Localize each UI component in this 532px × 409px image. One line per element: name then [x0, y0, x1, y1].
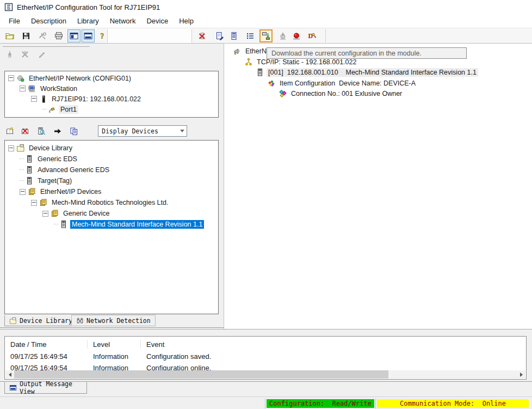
tree-item-target-tag[interactable]: Target(Tag) — [5, 175, 218, 186]
status-divider — [375, 399, 376, 408]
menu-library[interactable]: Library — [72, 15, 104, 27]
port-icon — [48, 105, 57, 114]
tree-item-item-configuration[interactable]: Item Configuration Device Name: DEVICE-A — [265, 78, 417, 88]
tree-item-label: Generic EDS — [36, 155, 79, 163]
download-config-icon — [262, 32, 270, 40]
tree-expander[interactable] — [20, 86, 26, 91]
insert-device-icon — [6, 51, 14, 58]
menu-network[interactable]: Network — [104, 15, 141, 27]
insert-device-button[interactable] — [3, 48, 16, 60]
hammer-wrench-icon — [38, 32, 47, 40]
tree-expander[interactable] — [42, 211, 48, 217]
toggle-left-pane-button[interactable] — [67, 29, 81, 42]
tree-expander[interactable] — [8, 75, 14, 81]
add-eds-button[interactable] — [3, 125, 16, 137]
tree-item-generic-eds[interactable]: Generic EDS — [5, 154, 218, 164]
tree-item-ethernet-network[interactable]: EtherNet/IP Network (CONFIG01) — [5, 73, 218, 83]
register-device-button[interactable] — [51, 125, 64, 137]
tree-expander[interactable] — [8, 145, 14, 151]
duplicate-device-button[interactable] — [67, 125, 81, 137]
view-eds-file-button[interactable] — [35, 125, 48, 137]
status-bar: Configuration: Read/Write Communication … — [0, 396, 532, 409]
library-folder-icon — [16, 144, 25, 152]
tree-item-mechmind-vendor[interactable]: Mech-Mind Robotics Technologies Ltd. — [5, 197, 218, 208]
edit-description-button[interactable] — [213, 29, 226, 42]
message-table: Date / Time Level Event 09/17/25 16:49:5… — [4, 336, 527, 380]
scroll-left-button[interactable] — [5, 370, 14, 379]
tree-item-workstation[interactable]: WorkStation — [5, 83, 218, 94]
cancel-operation-button[interactable] — [196, 29, 209, 42]
menu-file[interactable]: File — [3, 15, 26, 27]
save-button[interactable] — [20, 29, 33, 42]
menu-help[interactable]: Help — [174, 15, 199, 27]
main-toolbar: ? — [0, 28, 532, 44]
tab-network-detection[interactable]: Network Detection — [71, 315, 156, 326]
tab-output-message-view[interactable]: Output Message View — [4, 382, 87, 394]
tree-item-mechmind-standard-interface[interactable]: Mech-Mind Standard Interface Revision 1.… — [5, 219, 218, 230]
print-button[interactable] — [52, 29, 65, 42]
delete-device-button[interactable] — [18, 48, 32, 60]
message-row[interactable]: 09/17/25 16:49:54 Information Configurat… — [5, 350, 526, 362]
tree-item-label: EtherNet/IP Devices — [39, 187, 103, 196]
network-announce-icon — [233, 47, 242, 56]
go-online-button[interactable] — [290, 29, 303, 42]
connection-diamonds-icon — [279, 89, 287, 98]
tree-connector — [20, 180, 24, 181]
vendor-stack-icon — [51, 209, 59, 218]
item-list-button[interactable] — [244, 29, 257, 42]
display-filter-select[interactable]: Display Devices — [98, 125, 187, 137]
library-folder-icon — [9, 317, 17, 325]
toggle-output-pane-button[interactable] — [82, 29, 95, 42]
toolbar-separator — [191, 29, 192, 42]
tab-device-library[interactable]: Device Library — [4, 315, 77, 326]
open-file-button[interactable] — [3, 29, 16, 42]
tooltip-text: Download the current configuration in th… — [271, 50, 422, 57]
tree-item-generic-device[interactable]: Generic Device — [5, 208, 218, 219]
tree-expander[interactable] — [20, 189, 26, 195]
upload-config-button[interactable] — [276, 29, 289, 42]
chevron-down-icon — [178, 130, 187, 132]
d-key-icon: D — [308, 32, 317, 40]
tree-item-device-library[interactable]: Device Library — [5, 143, 218, 154]
edit-device-button[interactable] — [35, 48, 48, 60]
tools-button[interactable] — [36, 29, 49, 42]
scroll-right-button[interactable] — [517, 370, 525, 379]
module-icon — [39, 95, 48, 103]
download-config-button[interactable] — [259, 29, 273, 42]
column-date-time[interactable]: Date / Time — [5, 340, 88, 349]
app-icon — [4, 3, 13, 11]
status-configuration: Configuration: Read/Write — [267, 399, 374, 408]
tree-item-device-001[interactable]: [001] 192.168.001.010 Mech-Mind Standard… — [253, 67, 478, 77]
tree-expander[interactable] — [31, 96, 37, 102]
eds-card-icon — [25, 166, 34, 174]
column-event[interactable]: Event — [141, 340, 526, 349]
eds-card-icon — [25, 155, 34, 163]
column-level[interactable]: Level — [88, 340, 141, 349]
horizontal-scrollbar[interactable] — [5, 370, 525, 379]
menu-device[interactable]: Device — [141, 15, 174, 27]
remove-eds-button[interactable] — [18, 125, 32, 137]
vendor-stack-icon — [28, 187, 36, 196]
arrow-right-icon — [53, 127, 62, 136]
tree-item-connection-001[interactable]: Connection No.: 001 Exlusive Owner — [276, 88, 404, 99]
tree-item-ethernetip-devices[interactable]: EtherNet/IP Devices — [5, 186, 218, 197]
output-window-icon — [9, 384, 17, 392]
module-properties-button[interactable] — [227, 29, 240, 42]
security-key-button[interactable]: D — [306, 29, 319, 42]
tree-item-label: EtherNet/IP Network (CONFIG01) — [27, 74, 133, 83]
save-icon — [22, 32, 30, 40]
menu-description[interactable]: Description — [26, 15, 72, 27]
scrollbar-thumb[interactable] — [14, 370, 388, 379]
tree-item-label: RJ71EIP91: 192.168.001.022 — [50, 95, 143, 103]
tree-expander[interactable] — [31, 200, 37, 206]
tree-item-advanced-generic-eds[interactable]: Advanced Generic EDS — [5, 164, 218, 175]
tree-item-label: Advanced Generic EDS — [36, 166, 111, 174]
printer-icon — [54, 32, 63, 40]
tree-item-rj71eip91[interactable]: RJ71EIP91: 192.168.001.022 — [5, 94, 218, 104]
list-icon — [246, 32, 255, 40]
network-icon — [16, 74, 25, 83]
pane-toolbar-grip — [3, 46, 90, 47]
red-x-icon — [198, 32, 207, 40]
status-communication: Communication Mode: Online — [377, 399, 529, 408]
tree-item-port1[interactable]: Port1 — [5, 104, 218, 114]
